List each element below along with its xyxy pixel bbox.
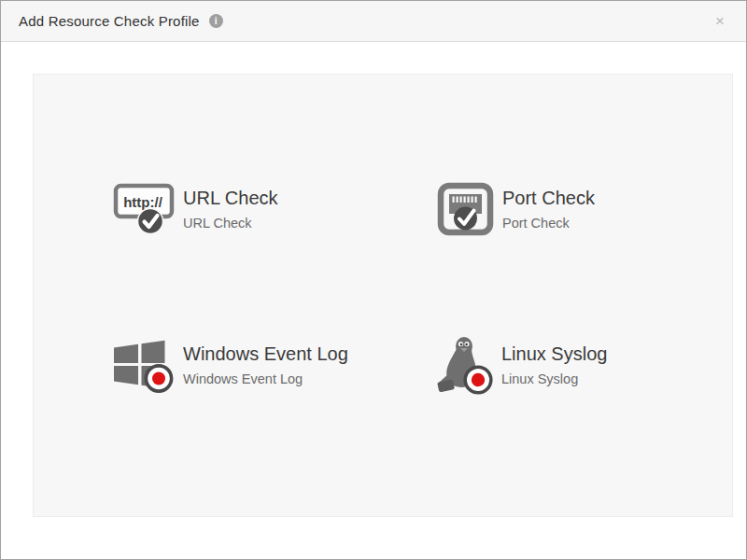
- check-type-title: Linux Syslog: [501, 343, 607, 365]
- check-type-text: Port Check Port Check: [502, 188, 595, 231]
- check-type-port-check[interactable]: Port Check Port Check: [437, 182, 595, 236]
- check-type-linux-syslog[interactable]: Linux Syslog Linux Syslog: [435, 334, 607, 396]
- check-type-subtitle: Linux Syslog: [501, 372, 607, 387]
- check-type-text: Linux Syslog Linux Syslog: [501, 343, 607, 387]
- check-type-subtitle: URL Check: [183, 217, 278, 231]
- linux-syslog-icon: [435, 334, 493, 396]
- dialog-header: Add Resource Check Profile i ×: [1, 1, 746, 42]
- check-type-subtitle: Windows Event Log: [183, 372, 348, 387]
- check-type-text: URL Check URL Check: [183, 188, 278, 231]
- info-icon[interactable]: i: [209, 14, 223, 28]
- svg-text:http://: http://: [123, 194, 162, 210]
- check-type-text: Windows Event Log Windows Event Log: [183, 343, 348, 387]
- dialog-title: Add Resource Check Profile: [19, 13, 200, 29]
- add-resource-check-profile-dialog: Add Resource Check Profile i × http:// U…: [0, 0, 747, 560]
- check-type-title: Port Check: [502, 188, 595, 209]
- url-check-icon: http://: [113, 183, 175, 236]
- check-type-title: URL Check: [183, 188, 278, 209]
- windows-event-log-icon: [113, 337, 175, 394]
- close-icon[interactable]: ×: [712, 11, 728, 31]
- check-type-panel: http:// URL Check URL Check: [33, 74, 733, 517]
- check-type-url-check[interactable]: http:// URL Check URL Check: [113, 183, 278, 236]
- port-check-icon: [437, 182, 494, 236]
- check-type-title: Windows Event Log: [183, 343, 348, 365]
- check-type-windows-event-log[interactable]: Windows Event Log Windows Event Log: [113, 337, 348, 394]
- check-type-subtitle: Port Check: [502, 217, 595, 231]
